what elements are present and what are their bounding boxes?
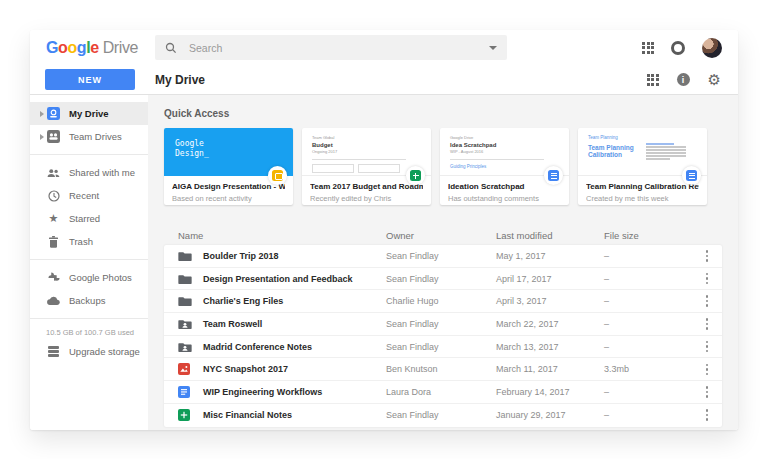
quick-access-card[interactable]: Google Drive Idea Scratchpad WIP - Augus…	[440, 128, 569, 205]
cell-owner: Ben Knutson	[386, 364, 496, 374]
cell-modified: March 22, 2017	[496, 319, 604, 329]
table-row[interactable]: Madrid Conference Notes Sean Findlay Mar…	[164, 336, 722, 359]
cell-owner: Sean Findlay	[386, 319, 496, 329]
sidebar-item-trash[interactable]: Trash	[30, 230, 148, 253]
cell-owner: Laura Dora	[386, 387, 496, 397]
cell-owner: Sean Findlay	[386, 274, 496, 284]
search-options-caret-icon[interactable]	[489, 46, 497, 54]
row-menu-icon[interactable]	[692, 364, 722, 376]
cell-size: –	[604, 319, 692, 329]
card-title: Ideation Scratchpad	[448, 182, 561, 191]
image-file-icon	[178, 363, 192, 375]
shared-folder-icon	[178, 341, 192, 353]
quick-access-card[interactable]: Team Global Budget Ongoing 2017 Team 201…	[302, 128, 431, 205]
cell-size: –	[604, 410, 692, 420]
logo-product-name: Drive	[103, 39, 138, 56]
search-icon	[165, 42, 177, 54]
thumbnail-text-lines	[646, 142, 686, 161]
cell-size: 3.3mb	[604, 364, 692, 374]
grid-view-icon[interactable]	[647, 74, 659, 86]
storage-bars-icon	[46, 346, 61, 357]
row-menu-icon[interactable]	[692, 386, 722, 398]
recent-clock-icon	[46, 190, 61, 202]
sidebar-item-google-photos[interactable]: Google Photos	[30, 266, 148, 289]
search-input[interactable]	[189, 42, 489, 54]
file-table-header: Name Owner Last modified File size	[164, 225, 722, 245]
column-header-name: Name	[164, 230, 386, 241]
settings-gear-icon[interactable]	[708, 72, 721, 87]
row-menu-icon[interactable]	[692, 318, 722, 330]
page-title: My Drive	[155, 73, 205, 87]
quick-access-cards: Google Design_ AIGA Design Presentation …	[164, 128, 722, 205]
cell-owner: Sean Findlay	[386, 251, 496, 261]
my-drive-icon	[46, 107, 61, 120]
google-drive-logo: GoogleDrive	[30, 39, 155, 57]
cell-modified: March 11, 2017	[496, 364, 604, 374]
card-subtitle: Based on recent activity	[172, 194, 285, 203]
docs-icon	[686, 170, 697, 181]
row-menu-icon[interactable]	[692, 250, 722, 262]
sidebar: My Drive Team Drives Shared with me	[30, 95, 148, 430]
sidebar-divider	[30, 318, 148, 319]
sidebar-divider	[30, 259, 148, 260]
storage-usage-text: 10.5 GB of 100.7 GB used	[30, 325, 148, 340]
docs-app-badge	[682, 166, 701, 185]
sidebar-item-recent[interactable]: Recent	[30, 184, 148, 207]
sidebar-item-upgrade-storage[interactable]: Upgrade storage	[30, 340, 148, 363]
new-button[interactable]: NEW	[45, 69, 135, 90]
table-row[interactable]: Misc Financial Notes Sean Findlay Januar…	[164, 404, 722, 427]
cell-size: –	[604, 274, 692, 284]
notifications-icon[interactable]	[671, 41, 685, 55]
sheets-icon	[410, 170, 421, 181]
drive-toolbar: NEW My Drive	[30, 65, 738, 95]
sheets-file-icon	[178, 409, 192, 421]
info-icon[interactable]	[677, 73, 690, 86]
main-content: Quick Access Google Design_ AIGA Design …	[148, 95, 738, 430]
cell-size: –	[604, 251, 692, 261]
card-subtitle: Has outstanding comments	[448, 194, 561, 203]
column-header-size: File size	[604, 230, 692, 241]
shared-folder-icon	[178, 318, 192, 330]
slides-icon	[272, 170, 283, 181]
card-subtitle: Created by me this week	[586, 194, 699, 203]
table-row[interactable]: Charlie's Eng Files Charlie Hugo April 3…	[164, 290, 722, 313]
search-bar[interactable]	[155, 35, 507, 60]
slides-app-badge	[268, 166, 287, 185]
cell-size: –	[604, 387, 692, 397]
row-menu-icon[interactable]	[692, 341, 722, 353]
cell-modified: May 1, 2017	[496, 251, 604, 261]
sidebar-item-team-drives[interactable]: Team Drives	[30, 125, 148, 148]
table-row[interactable]: NYC Snapshot 2017 Ben Knutson March 11, …	[164, 358, 722, 381]
cell-modified: April 3, 2017	[496, 296, 604, 306]
cell-modified: February 14, 2017	[496, 387, 604, 397]
table-row[interactable]: WIP Engineering Workflows Laura Dora Feb…	[164, 381, 722, 404]
row-menu-icon[interactable]	[692, 409, 722, 421]
row-menu-icon[interactable]	[692, 295, 722, 307]
quick-access-card[interactable]: Team Planning Team Planning Calibration …	[578, 128, 707, 205]
cell-modified: January 29, 2017	[496, 410, 604, 420]
quick-access-card[interactable]: Google Design_ AIGA Design Presentation …	[164, 128, 293, 205]
expand-arrow-icon[interactable]	[37, 111, 46, 117]
sidebar-item-shared-with-me[interactable]: Shared with me	[30, 161, 148, 184]
cell-size: –	[604, 296, 692, 306]
team-drives-icon	[46, 130, 61, 143]
table-row[interactable]: Team Roswell Sean Findlay March 22, 2017…	[164, 313, 722, 336]
cell-modified: March 13, 2017	[496, 342, 604, 352]
trash-icon	[46, 236, 61, 248]
apps-grid-icon[interactable]	[642, 42, 654, 54]
table-row[interactable]: Boulder Trip 2018 Sean Findlay May 1, 20…	[164, 245, 722, 268]
row-menu-icon[interactable]	[692, 273, 722, 285]
account-avatar[interactable]	[702, 38, 722, 58]
sidebar-item-my-drive[interactable]: My Drive	[30, 102, 148, 125]
sidebar-item-starred[interactable]: Starred	[30, 207, 148, 230]
cloud-backup-icon	[46, 295, 61, 306]
folder-icon	[178, 273, 192, 285]
card-title: Team Planning Calibration Review	[586, 182, 699, 191]
cell-owner: Sean Findlay	[386, 342, 496, 352]
expand-arrow-icon[interactable]	[37, 134, 46, 140]
cell-size: –	[604, 342, 692, 352]
table-row[interactable]: Design Presentation and Feedback Sean Fi…	[164, 268, 722, 291]
cell-owner: Sean Findlay	[386, 410, 496, 420]
sidebar-item-backups[interactable]: Backups	[30, 289, 148, 312]
cell-modified: April 17, 2017	[496, 274, 604, 284]
